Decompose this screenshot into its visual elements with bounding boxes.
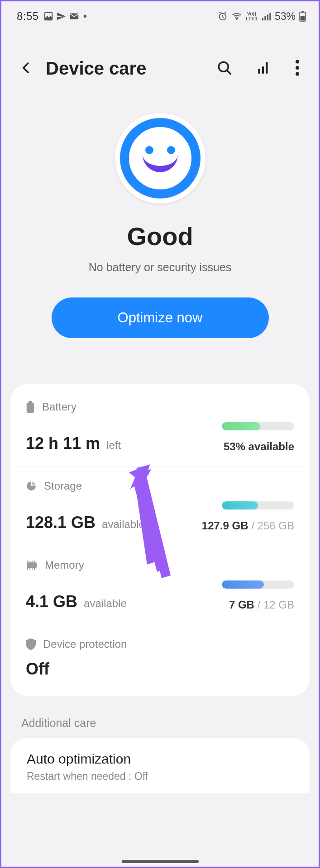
app-bar-actions — [216, 60, 300, 78]
nav-handle[interactable] — [122, 860, 199, 863]
auto-optimization-row[interactable]: Auto optimization Restart when needed : … — [10, 738, 310, 793]
more-icon[interactable] — [295, 60, 300, 78]
svg-rect-7 — [269, 13, 271, 20]
chart-icon[interactable] — [256, 60, 272, 77]
memory-value: 4.1 GB available — [26, 592, 127, 611]
svg-rect-9 — [301, 11, 304, 13]
optimize-button[interactable]: Optimize now — [52, 297, 269, 338]
svg-rect-23 — [32, 561, 33, 562]
svg-rect-5 — [264, 16, 266, 20]
storage-value: 128.1 GB available — [26, 513, 145, 532]
shield-icon — [26, 638, 36, 650]
battery-value: 12 h 11 m left — [26, 434, 121, 453]
battery-progress — [222, 422, 294, 430]
status-time: 8:55 — [17, 10, 39, 23]
signal-icon — [261, 11, 271, 21]
svg-point-17 — [296, 72, 299, 75]
svg-point-16 — [296, 66, 299, 70]
device-protection-value: Off — [26, 660, 49, 679]
svg-rect-12 — [258, 69, 260, 73]
svg-rect-20 — [27, 562, 37, 568]
alarm-icon — [218, 11, 228, 21]
memory-row[interactable]: Memory 4.1 GB available 7 GB / 12 GB — [10, 546, 310, 625]
device-status: Good — [15, 222, 305, 251]
page-title: Device care — [46, 58, 204, 79]
volte-icon: Vo))LTE1 — [246, 11, 258, 21]
status-right: Vo))LTE1 53% — [218, 10, 306, 23]
svg-rect-24 — [34, 561, 35, 562]
search-icon[interactable] — [216, 60, 233, 78]
status-bar: 8:55 • Vo))LTE1 53% — [1, 1, 319, 26]
svg-rect-10 — [301, 16, 305, 21]
additional-care-label: Additional care — [1, 696, 319, 738]
storage-row-icon — [26, 481, 37, 491]
auto-optimization-title: Auto optimization — [27, 751, 293, 767]
storage-progress — [222, 501, 294, 509]
device-status-subtitle: No battery or security issues — [15, 261, 305, 274]
battery-percent: 53% — [275, 10, 296, 23]
back-icon[interactable] — [19, 59, 33, 79]
storage-row[interactable]: Storage 128.1 GB available 127.9 GB / 25… — [10, 467, 310, 546]
app-bar: Device care — [1, 26, 319, 86]
svg-rect-22 — [29, 561, 30, 562]
svg-rect-21 — [27, 561, 28, 562]
memory-label: Memory — [45, 559, 84, 571]
svg-rect-4 — [262, 18, 263, 20]
device-protection-row[interactable]: Device protection Off — [10, 625, 310, 692]
svg-rect-14 — [266, 62, 267, 74]
more-dot-icon: • — [83, 11, 87, 22]
hero-section: Good No battery or security issues Optim… — [1, 86, 319, 356]
picture-icon — [43, 11, 53, 21]
memory-progress — [222, 580, 294, 589]
svg-point-3 — [236, 18, 238, 19]
device-care-card: Battery 12 h 11 m left 53% available Sto… — [10, 384, 310, 696]
status-smiley-icon — [115, 113, 205, 203]
svg-rect-28 — [34, 568, 35, 570]
svg-rect-19 — [29, 401, 32, 403]
send-icon — [56, 11, 66, 21]
storage-label: Storage — [44, 480, 82, 492]
memory-detail: 7 GB / 12 GB — [222, 599, 294, 611]
mail-icon — [69, 11, 80, 21]
battery-row[interactable]: Battery 12 h 11 m left 53% available — [10, 388, 310, 467]
status-left: 8:55 • — [17, 10, 87, 23]
status-left-icons: • — [43, 11, 87, 22]
auto-optimization-subtitle: Restart when needed : Off — [27, 770, 293, 783]
battery-row-icon — [26, 401, 35, 413]
memory-row-icon — [26, 561, 38, 570]
svg-rect-25 — [27, 568, 28, 570]
storage-detail: 127.9 GB / 256 GB — [202, 519, 294, 532]
svg-rect-26 — [29, 568, 30, 570]
svg-rect-13 — [262, 66, 264, 74]
wifi-icon — [231, 11, 242, 21]
svg-point-15 — [296, 60, 299, 63]
svg-rect-27 — [32, 568, 33, 570]
svg-rect-18 — [27, 403, 34, 413]
svg-rect-6 — [267, 14, 268, 20]
battery-available: 53% available — [222, 440, 294, 453]
battery-icon — [299, 11, 306, 22]
battery-label: Battery — [42, 401, 76, 413]
device-protection-label: Device protection — [43, 638, 127, 651]
